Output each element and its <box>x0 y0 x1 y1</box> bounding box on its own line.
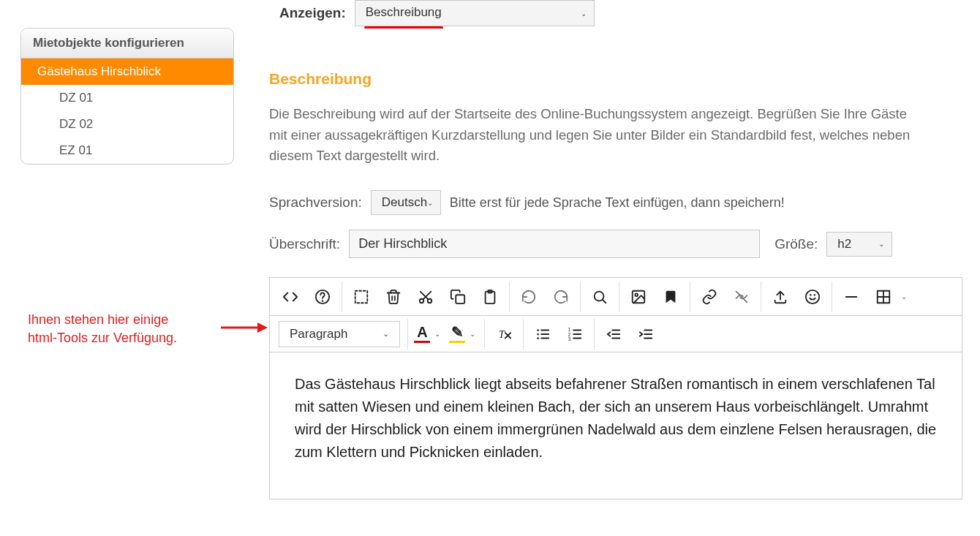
sidebar-item-label: EZ 01 <box>59 143 92 157</box>
sidebar-item-guesthouse[interactable]: Gästehaus Hirschblick <box>21 58 233 85</box>
sprach-label: Sprachversion: <box>269 195 362 211</box>
indent-icon[interactable] <box>630 318 662 350</box>
anzeigen-label: Anzeigen: <box>279 5 346 21</box>
clear-format-icon[interactable]: T <box>488 318 520 350</box>
svg-point-28 <box>538 329 540 331</box>
svg-point-12 <box>595 291 604 301</box>
text-color-dropdown-icon[interactable]: ⌄ <box>433 330 446 338</box>
bullet-list-icon[interactable] <box>527 318 559 350</box>
anzeigen-select[interactable]: Beschreibung ⌄ <box>355 0 595 26</box>
sidebar-item-label: DZ 01 <box>59 91 93 105</box>
emoji-icon[interactable] <box>796 281 829 313</box>
svg-line-13 <box>603 300 606 303</box>
rich-text-editor: ⌄ Paragraph ⌄ A ⌄ ✎ ⌄ <box>269 277 962 499</box>
info-text: Die Beschreibung wird auf der Startseite… <box>269 104 927 167</box>
image-icon[interactable] <box>622 281 655 313</box>
help-icon[interactable] <box>306 281 339 313</box>
select-all-icon[interactable] <box>345 281 377 313</box>
sidebar-item-label: Gästehaus Hirschblick <box>37 64 161 78</box>
highlight-icon: ✎ <box>451 325 464 339</box>
link-icon[interactable] <box>693 281 725 313</box>
bookmark-icon[interactable] <box>655 281 687 313</box>
size-label: Größe: <box>774 236 818 252</box>
undo-icon[interactable] <box>513 281 545 313</box>
sidebar-title: Mietobjekte konfigurieren <box>21 29 233 58</box>
cut-icon[interactable] <box>410 281 442 313</box>
svg-point-18 <box>806 290 819 303</box>
editor-toolbar-1: ⌄ <box>270 278 962 316</box>
svg-text:3: 3 <box>568 336 571 341</box>
ueberschrift-input[interactable] <box>349 230 760 258</box>
editor-content[interactable]: Das Gästehaus Hirschblick liegt abseits … <box>270 352 962 499</box>
copy-icon[interactable] <box>442 281 474 313</box>
svg-rect-9 <box>456 295 464 303</box>
chevron-down-icon: ⌄ <box>581 10 587 18</box>
format-value: Paragraph <box>290 327 347 341</box>
trash-icon[interactable] <box>377 281 410 313</box>
text-color-icon: A <box>417 325 427 339</box>
text-color-button[interactable]: A <box>411 321 433 347</box>
svg-rect-4 <box>355 290 368 303</box>
source-code-icon[interactable] <box>274 281 306 313</box>
size-select[interactable]: h2 ⌄ <box>826 232 892 257</box>
editor-toolbar-2: Paragraph ⌄ A ⌄ ✎ ⌄ T 123 <box>270 316 962 352</box>
annotation-text: Ihnen stehen hier einige html-Tools zur … <box>28 311 234 347</box>
chevron-down-icon: ⌄ <box>427 199 433 207</box>
svg-point-3 <box>323 301 323 301</box>
numbered-list-icon[interactable]: 123 <box>559 318 591 350</box>
svg-point-15 <box>635 293 638 296</box>
sidebar-item-ez01[interactable]: EZ 01 <box>21 137 233 164</box>
table-dropdown-icon[interactable]: ⌄ <box>900 292 913 301</box>
outdent-icon[interactable] <box>598 318 630 350</box>
table-icon[interactable] <box>867 281 900 313</box>
sprach-value: Deutsch <box>382 195 427 210</box>
highlight-dropdown-icon[interactable]: ⌄ <box>468 330 481 338</box>
search-icon[interactable] <box>584 281 616 313</box>
unlink-icon[interactable] <box>725 281 758 313</box>
chevron-down-icon: ⌄ <box>878 240 884 248</box>
svg-point-30 <box>538 337 540 339</box>
annotation: Ihnen stehen hier einige html-Tools zur … <box>20 311 234 347</box>
format-select[interactable]: Paragraph ⌄ <box>279 321 400 347</box>
redo-icon[interactable] <box>545 281 577 313</box>
upload-icon[interactable] <box>764 281 796 313</box>
sprach-hint: Bitte erst für jede Sprache Text einfüge… <box>450 195 785 211</box>
anzeigen-value: Beschreibung <box>366 5 442 21</box>
svg-point-20 <box>814 294 815 295</box>
ueberschrift-label: Überschrift: <box>269 236 340 252</box>
highlight-color-button[interactable]: ✎ <box>446 321 468 347</box>
svg-point-29 <box>538 333 540 335</box>
svg-point-19 <box>810 294 811 295</box>
sidebar-item-dz02[interactable]: DZ 02 <box>21 111 233 137</box>
sidebar-objects: Mietobjekte konfigurieren Gästehaus Hirs… <box>20 28 234 165</box>
horizontal-rule-icon[interactable] <box>835 281 867 313</box>
size-value: h2 <box>837 237 851 252</box>
sprach-select[interactable]: Deutsch ⌄ <box>371 190 441 215</box>
section-heading: Beschreibung <box>269 70 962 88</box>
paste-icon[interactable] <box>474 281 506 313</box>
sidebar-item-label: DZ 02 <box>59 117 93 131</box>
arrow-right-icon <box>221 321 268 334</box>
svg-marker-1 <box>257 322 268 333</box>
chevron-down-icon: ⌄ <box>382 329 389 339</box>
sidebar-item-dz01[interactable]: DZ 01 <box>21 85 233 111</box>
